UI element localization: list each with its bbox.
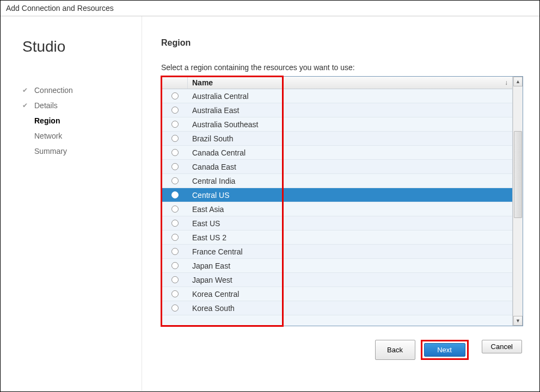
region-name: East US	[188, 217, 512, 229]
region-radio-cell[interactable]	[162, 191, 188, 198]
region-name: Australia Southeast	[188, 119, 512, 130]
region-row[interactable]: Korea Central	[162, 287, 512, 301]
region-name: France Central	[188, 246, 512, 258]
radio-icon[interactable]	[171, 191, 179, 198]
nav-steps: ConnectionDetailsRegionNetworkSummary	[22, 83, 125, 159]
region-radio-cell[interactable]	[162, 92, 188, 99]
region-name: Central India	[188, 175, 512, 187]
region-row[interactable]: East US	[162, 216, 512, 231]
region-row[interactable]: Canada East	[162, 160, 512, 174]
nav-step-summary[interactable]: Summary	[22, 144, 125, 159]
region-radio-cell[interactable]	[162, 177, 188, 184]
region-radio-cell[interactable]	[162, 149, 188, 156]
region-name: Korea Central	[188, 288, 512, 300]
region-radio-cell[interactable]	[162, 276, 188, 283]
region-radio-cell[interactable]	[162, 163, 188, 170]
region-name: East Asia	[188, 203, 512, 215]
sidebar: Studio ConnectionDetailsRegionNetworkSum…	[1, 16, 142, 391]
scroll-thumb[interactable]	[514, 131, 522, 218]
region-row[interactable]: Australia Southeast	[162, 117, 512, 132]
radio-icon[interactable]	[171, 149, 179, 156]
column-name-header[interactable]: Name ↓	[188, 77, 512, 89]
main-panel: Region Select a region containing the re…	[142, 16, 539, 391]
cancel-button[interactable]: Cancel	[482, 340, 522, 353]
region-name: Japan East	[188, 260, 512, 272]
nav-step-connection[interactable]: Connection	[22, 83, 125, 98]
radio-icon[interactable]	[171, 121, 179, 128]
region-row[interactable]: Australia Central	[162, 89, 512, 103]
region-radio-cell[interactable]	[162, 262, 188, 269]
radio-icon[interactable]	[171, 234, 179, 241]
region-row[interactable]: France Central	[162, 245, 512, 259]
scroll-up-button[interactable]: ▲	[513, 77, 523, 86]
region-row[interactable]: Brazil South	[162, 132, 512, 146]
radio-icon[interactable]	[171, 135, 179, 142]
region-radio-cell[interactable]	[162, 121, 188, 128]
page-instruction: Select a region containing the resources…	[161, 63, 523, 72]
region-name: Japan West	[188, 274, 512, 286]
region-name: East US 2	[188, 232, 512, 244]
radio-icon[interactable]	[171, 206, 179, 213]
page-title: Region	[161, 38, 523, 48]
region-name: Central US	[188, 189, 512, 201]
region-radio-cell[interactable]	[162, 304, 188, 312]
nav-step-label: Details	[34, 101, 58, 110]
region-row[interactable]: Canada Central	[162, 146, 512, 160]
radio-icon[interactable]	[171, 220, 179, 227]
scroll-down-button[interactable]: ▼	[513, 316, 523, 326]
region-row[interactable]: East US 2	[162, 231, 512, 245]
brand-label: Studio	[22, 38, 125, 55]
region-name: Australia Central	[188, 90, 512, 102]
radio-icon[interactable]	[171, 290, 179, 297]
region-name: Australia East	[188, 104, 512, 116]
region-table-body[interactable]: Name ↓ Australia CentralAustralia EastAu…	[162, 77, 513, 326]
radio-icon[interactable]	[171, 177, 179, 184]
nav-step-region[interactable]: Region	[22, 113, 125, 128]
region-row[interactable]: Central India	[162, 174, 512, 188]
nav-step-network[interactable]: Network	[22, 128, 125, 144]
region-row[interactable]: Japan East	[162, 259, 512, 273]
nav-step-label: Region	[34, 116, 60, 125]
region-table: Name ↓ Australia CentralAustralia EastAu…	[161, 76, 523, 326]
next-button[interactable]: Next	[424, 343, 465, 357]
region-radio-cell[interactable]	[162, 234, 188, 241]
region-name: Brazil South	[188, 133, 512, 145]
region-row[interactable]: East Asia	[162, 202, 512, 216]
wizard-buttons: Back Next Cancel	[161, 340, 523, 360]
radio-icon[interactable]	[171, 92, 179, 99]
radio-icon[interactable]	[171, 107, 179, 114]
region-radio-cell[interactable]	[162, 290, 188, 297]
window-title: Add Connection and Resources	[1, 1, 539, 16]
radio-icon[interactable]	[171, 248, 179, 255]
radio-icon[interactable]	[171, 276, 179, 283]
vertical-scrollbar[interactable]: ▲ ▼	[513, 77, 523, 326]
sort-arrow-icon[interactable]: ↓	[505, 79, 508, 86]
nav-step-label: Network	[34, 132, 62, 140]
region-row[interactable]: Central US	[162, 188, 512, 202]
region-name: Korea South	[188, 302, 512, 314]
region-row[interactable]: Korea South	[162, 301, 512, 315]
wizard-content: Studio ConnectionDetailsRegionNetworkSum…	[1, 16, 539, 391]
region-radio-cell[interactable]	[162, 248, 188, 255]
radio-icon[interactable]	[171, 304, 179, 312]
nav-step-label: Summary	[34, 147, 67, 155]
radio-icon[interactable]	[171, 163, 179, 170]
column-radio-header	[162, 77, 188, 89]
region-row[interactable]: Australia East	[162, 103, 512, 117]
nav-step-details[interactable]: Details	[22, 98, 125, 113]
annotation-highlight-next: Next	[421, 340, 469, 360]
radio-icon[interactable]	[171, 262, 179, 269]
nav-step-label: Connection	[34, 86, 73, 95]
region-radio-cell[interactable]	[162, 206, 188, 213]
region-radio-cell[interactable]	[162, 107, 188, 114]
region-name: Canada East	[188, 161, 512, 173]
region-radio-cell[interactable]	[162, 220, 188, 227]
region-radio-cell[interactable]	[162, 135, 188, 142]
table-header: Name ↓	[162, 77, 512, 89]
region-row[interactable]: Japan West	[162, 273, 512, 287]
region-name: Canada Central	[188, 147, 512, 159]
back-button[interactable]: Back	[375, 340, 415, 360]
column-name-label: Name	[192, 78, 213, 87]
